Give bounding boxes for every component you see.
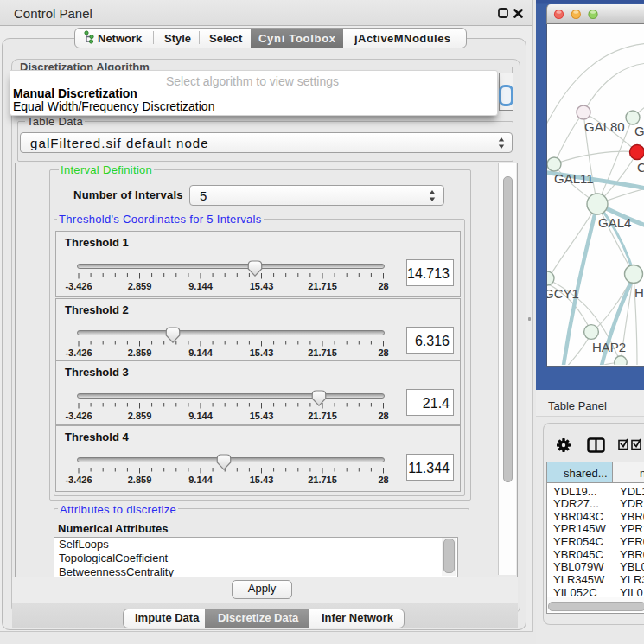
svg-text:GCY1: GCY1	[547, 286, 579, 301]
svg-text:HAP2: HAP2	[592, 340, 626, 354]
svg-text:GAL4: GAL4	[598, 215, 631, 230]
svg-text:H: H	[634, 285, 644, 300]
svg-text:GA: GA	[634, 124, 644, 138]
svg-text:GAL11: GAL11	[554, 171, 594, 186]
svg-text:C: C	[637, 160, 644, 175]
svg-text:GAL80: GAL80	[584, 119, 625, 134]
